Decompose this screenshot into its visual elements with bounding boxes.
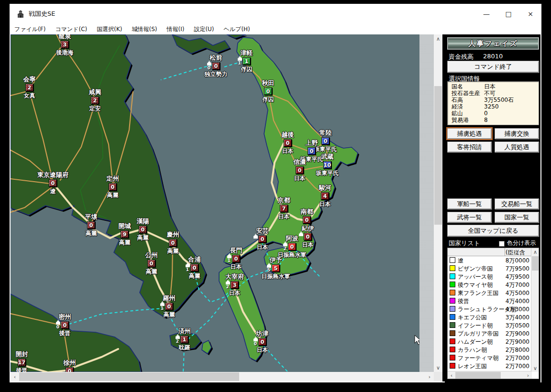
nation-row[interactable]: ビザンツ帝国7万9500 <box>448 264 532 272</box>
list-button-3[interactable]: 国家一覧 <box>495 212 539 223</box>
castle-box[interactable]: 0 <box>61 321 69 329</box>
castle-box[interactable]: 17 <box>18 359 26 366</box>
castle-box[interactable]: 0 <box>169 239 177 247</box>
scroll-down-icon[interactable]: ∨ <box>531 364 539 372</box>
castle-box[interactable]: 0 <box>303 216 311 224</box>
close-button[interactable]: × <box>519 4 541 24</box>
castle-box[interactable]: 0 <box>109 183 117 191</box>
action-button-3[interactable]: 人質処遇 <box>495 142 539 152</box>
castle-box[interactable]: 10 <box>323 161 331 169</box>
castle-box[interactable]: 7 <box>280 205 288 212</box>
funds-value: 28010 <box>483 53 503 60</box>
nation-row[interactable]: アッバース朝4万9500 <box>448 272 532 281</box>
nation-row[interactable]: キエフ公国3万4000 <box>448 313 532 321</box>
castle-box[interactable]: 2 <box>91 97 99 104</box>
nation-list-vthumb[interactable] <box>532 256 539 271</box>
castle-name: 安芸 <box>256 227 269 235</box>
castle-box[interactable]: 1 <box>242 57 251 65</box>
castle-box[interactable]: 9 <box>121 230 129 238</box>
castle-box[interactable]: 0 <box>288 243 296 250</box>
action-button-2[interactable]: 客将招請 <box>447 142 492 152</box>
castle-box[interactable]: 4 <box>321 192 329 200</box>
end-command-button[interactable]: コマンド終了 <box>447 61 539 73</box>
nation-list-vscrollbar[interactable]: ∧ ∨ <box>531 248 539 372</box>
castle-owner: 高麗 <box>164 311 175 319</box>
scroll-left-icon[interactable]: ‹ <box>448 371 455 379</box>
castle-box[interactable]: 0 <box>66 367 74 372</box>
action-button-0[interactable]: 捕虜処遇 <box>447 128 492 139</box>
nation-row[interactable]: カラハン朝2万8000 <box>448 346 532 354</box>
scroll-up-icon[interactable]: ∧ <box>434 34 442 43</box>
map-view[interactable]: 龍泉3後渤海会寧2女真咸興2定安東京遼陽府0遼定州0高麗平壌0高麗開城9高麗漢陽… <box>11 34 419 372</box>
color-display-checkbox[interactable] <box>499 241 505 247</box>
menu-item-1[interactable]: コマンド(C) <box>50 24 92 34</box>
castle-box[interactable]: 0 <box>284 139 292 147</box>
map-hscroll-thumb[interactable] <box>19 372 239 381</box>
castle-box[interactable]: 1 <box>180 336 188 343</box>
nation-list-hscrollbar[interactable]: ‹ › <box>448 371 532 379</box>
nation-color-swatch <box>450 265 455 271</box>
menu-item-5[interactable]: 設定(U) <box>189 24 219 34</box>
list-button-1[interactable]: 交易船一覧 <box>495 198 539 209</box>
menu-item-0[interactable]: ファイル(F) <box>10 24 50 34</box>
castle-box[interactable]: 0 <box>296 166 304 174</box>
nation-list-column-header: (臣従含 <box>506 249 525 257</box>
map-horizontal-scrollbar[interactable]: ‹ › <box>11 372 434 381</box>
scroll-up-icon[interactable]: ∧ <box>531 248 539 256</box>
castle-marker: 慶州0高麗 <box>169 239 177 247</box>
list-button-2[interactable]: 武将一覧 <box>447 212 492 223</box>
menu-item-3[interactable]: 城情報(S) <box>127 24 162 34</box>
menu-item-6[interactable]: ヘルプ(H) <box>219 24 255 34</box>
nation-row[interactable]: ブルガリア帝国2万9000 <box>448 329 532 338</box>
castle-box[interactable]: 0 <box>308 147 316 155</box>
castle-box[interactable]: 2 <box>25 84 33 91</box>
castle-box[interactable]: 0 <box>264 87 272 95</box>
castle-owner: 高麗 <box>189 272 200 280</box>
castle-box[interactable]: 0 <box>147 260 155 267</box>
castle-box[interactable]: 0 <box>321 137 330 145</box>
nation-list[interactable]: (臣従含 遼8万0000ビザンツ帝国7万9500アッバース朝4万9500後ウマイ… <box>447 248 539 379</box>
castle-marker: 咸興2定安 <box>91 97 99 104</box>
scroll-right-icon[interactable]: › <box>524 371 532 379</box>
nation-row[interactable]: レオン王国2万7000 <box>448 362 532 370</box>
nation-row[interactable]: 後晋4万4000 <box>448 297 532 305</box>
nation-row[interactable]: ファーティマ朝2万7000 <box>448 354 532 362</box>
castle-box[interactable]: 3 <box>61 41 69 48</box>
back-to-map-button[interactable]: 全国マップに戻る <box>447 225 539 237</box>
nation-row[interactable]: 後ウマイヤ朝4万7000 <box>448 281 532 289</box>
castle-box[interactable]: 5 <box>272 264 280 272</box>
castle-box[interactable]: 0 <box>304 233 312 240</box>
castle-box[interactable]: 0 <box>212 62 220 70</box>
list-button-0[interactable]: 軍船一覧 <box>447 198 492 209</box>
map-vscroll-thumb[interactable] <box>434 86 442 225</box>
castle-owner: 女真 <box>24 92 35 100</box>
minimize-button[interactable]: — <box>475 4 497 24</box>
menu-item-4[interactable]: 情報(I) <box>162 24 189 34</box>
nation-row[interactable]: ハムダーン朝2万9000 <box>448 338 532 346</box>
map-canvas[interactable] <box>11 34 419 372</box>
castle-box[interactable]: 0 <box>190 264 198 272</box>
menu-item-2[interactable]: 国選択(K) <box>92 24 127 34</box>
castle-box[interactable]: 3 <box>231 281 239 289</box>
nation-list-hthumb[interactable] <box>455 372 501 379</box>
nation-color-swatch <box>450 257 455 263</box>
scroll-down-icon[interactable]: ∨ <box>434 363 442 372</box>
castle-box[interactable]: 0 <box>258 235 266 243</box>
scroll-right-icon[interactable]: › <box>425 372 434 381</box>
castle-badge: 1 <box>161 306 164 311</box>
nation-row[interactable]: 遼8万0000 <box>448 256 532 264</box>
action-button-1[interactable]: 捕虜交換 <box>495 128 539 139</box>
castle-box[interactable]: 0 <box>165 303 173 310</box>
nation-row[interactable]: 東フランク王国4万5000 <box>448 289 532 297</box>
castle-box[interactable]: 0 <box>258 338 266 346</box>
castle-owner: 耽羅 <box>179 344 190 352</box>
castle-box[interactable]: 0 <box>139 226 147 233</box>
nation-row[interactable]: イフシード朝3万0500 <box>448 321 532 329</box>
maximize-button[interactable]: □ <box>497 4 519 24</box>
scroll-left-icon[interactable]: ‹ <box>11 372 19 381</box>
nation-row[interactable]: ラーシュトラクータ朝4万3000 <box>448 305 532 313</box>
castle-box[interactable]: 0 <box>49 179 57 187</box>
map-vertical-scrollbar[interactable]: ∧ ∨ <box>434 34 442 372</box>
castle-box[interactable]: 0 <box>232 255 240 262</box>
castle-box[interactable]: 0 <box>87 221 95 229</box>
